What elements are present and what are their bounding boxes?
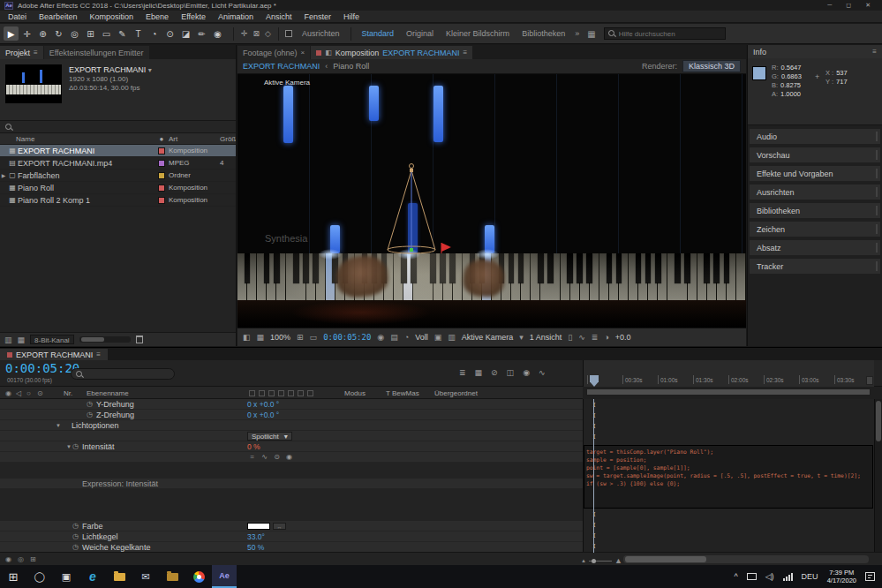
workspace-bibliotheken[interactable]: Bibliotheken: [516, 29, 571, 38]
column-mode[interactable]: Modus: [344, 389, 366, 397]
property-value[interactable]: 50 %: [247, 543, 264, 552]
menu-item-komposition[interactable]: Komposition: [84, 12, 140, 21]
label-color-swatch[interactable]: [158, 172, 165, 179]
channels-icon[interactable]: ◔: [404, 333, 409, 342]
expression-graph-icon[interactable]: ∿: [260, 453, 269, 461]
project-bit-depth[interactable]: 8-Bit-Kanal: [30, 335, 74, 344]
timeline-zoom-control[interactable]: ▲ ▲: [581, 556, 622, 565]
pick-whip-icon[interactable]: ⊙: [272, 453, 282, 461]
new-folder-icon[interactable]: ▦: [18, 335, 26, 344]
property-value[interactable]: 33.0°: [247, 532, 265, 541]
tool-pan-behind-icon[interactable]: ⊞: [83, 26, 98, 41]
subtab-piano-roll[interactable]: Piano Roll: [333, 62, 369, 71]
column-parent[interactable]: Übergeordnet: [434, 389, 478, 397]
axis-local-icon[interactable]: ✛: [238, 29, 251, 38]
timeline-property-row[interactable]: ◷Z-Drehung0 x +0.0 °: [0, 410, 583, 420]
label-color-swatch[interactable]: [158, 197, 165, 204]
property-value[interactable]: 0 %: [247, 442, 260, 451]
exposure-value[interactable]: +0.0: [615, 333, 631, 342]
project-item-row[interactable]: ▦Piano Roll 2 Komp 1Komposition: [0, 194, 236, 207]
interpret-footage-icon[interactable]: ▥: [4, 335, 12, 344]
project-item-row[interactable]: ▤EXPORT RACHMANI.mp4MPEG4: [0, 157, 236, 170]
help-search-box[interactable]: [604, 27, 726, 40]
timeline-property-row[interactable]: ▼◷Intensität0 %: [0, 441, 583, 452]
network-icon[interactable]: [783, 573, 793, 581]
project-item-row[interactable]: ▦EXPORT RACHMANIKomposition: [0, 145, 236, 157]
stopwatch-icon[interactable]: ◷: [72, 543, 82, 551]
workspace-original[interactable]: Original: [400, 29, 440, 38]
language-indicator[interactable]: DEU: [802, 572, 818, 581]
speaker-icon[interactable]: ◁): [765, 572, 774, 581]
grid-guides-icon[interactable]: ⊞: [297, 333, 304, 342]
hide-shy-icon[interactable]: ⊘: [491, 368, 498, 377]
timeline-hscrollbar[interactable]: [623, 555, 869, 563]
clock[interactable]: 7:39 PM 4/17/2020: [827, 569, 856, 584]
menu-item-animation[interactable]: Animation: [212, 12, 260, 21]
workspace-standard[interactable]: Standard: [356, 29, 401, 38]
comp-mini-flowchart-icon[interactable]: ≣: [459, 368, 466, 377]
spotlight-wireframe[interactable]: [379, 162, 458, 255]
transparency-grid-icon[interactable]: ▥: [448, 333, 456, 342]
timeline-tab-export-rachmani[interactable]: EXPORT RACHMANI ≡: [0, 349, 108, 360]
work-area-bar[interactable]: [586, 388, 871, 396]
tool-shape-icon[interactable]: ▭: [99, 26, 114, 41]
panel-header-bibliotheken[interactable]: Bibliotheken: [750, 203, 880, 218]
tab-effect-controls[interactable]: Effekteinstellungen Emitter: [44, 46, 149, 59]
tool-roto-brush-icon[interactable]: ✏: [194, 26, 209, 41]
hscroll-thumb[interactable]: [625, 556, 706, 562]
lock-icon[interactable]: ◧: [325, 49, 332, 57]
stopwatch-icon[interactable]: ◷: [87, 411, 96, 418]
flyout-chevron-icon[interactable]: ▾: [148, 66, 152, 74]
view-layout-menu[interactable]: 1 Ansicht: [530, 333, 562, 342]
timeline-property-row[interactable]: ▼Lichtoptionen: [0, 420, 583, 431]
expression-code[interactable]: target = thisComp.layer("Piano Roll"); s…: [584, 446, 872, 489]
folder-icon[interactable]: [159, 565, 185, 588]
subtab-export-rachmani[interactable]: EXPORT RACHMANI: [243, 62, 320, 71]
solo-icon[interactable]: ○: [26, 389, 31, 397]
menu-item-hilfe[interactable]: Hilfe: [337, 12, 366, 21]
axis-view-icon[interactable]: ◇: [262, 29, 274, 38]
mask-toggle-icon[interactable]: ▭: [310, 333, 318, 342]
tool-pen-icon[interactable]: ✎: [115, 26, 130, 41]
panel-header-audio[interactable]: Audio: [750, 129, 880, 144]
zoom-out-icon[interactable]: ▲: [581, 558, 586, 563]
tool-camera-icon[interactable]: ◎: [67, 26, 82, 41]
tool-selection-icon[interactable]: ▶: [4, 26, 19, 41]
time-ruler[interactable]: :0000:30s01:00s01:30s02:00s02:30s03:00s0…: [583, 360, 874, 387]
roi-icon[interactable]: ▣: [434, 333, 442, 342]
after-effects-taskbar-icon[interactable]: Ae: [212, 565, 237, 588]
menu-item-ansicht[interactable]: Ansicht: [260, 12, 298, 21]
tab-projekt[interactable]: Projekt ≡: [0, 46, 43, 59]
current-time-indicator-line[interactable]: [593, 399, 594, 553]
composition-stage[interactable]: Aktive Kamera Synthesia: [237, 74, 746, 328]
zoom-knob[interactable]: [592, 559, 596, 563]
expression-enable-icon[interactable]: =: [247, 453, 257, 461]
project-item-row[interactable]: ▶▢FarbflächenOrdner: [0, 170, 236, 182]
always-preview-icon[interactable]: ◧: [243, 333, 251, 342]
timeline-property-row[interactable]: ◷Y-Drehung0 x +0.0 °: [0, 399, 583, 410]
tray-expand-icon[interactable]: ^: [734, 572, 737, 581]
workspace-kleiner-bildschirm[interactable]: Kleiner Bildschirm: [440, 29, 516, 38]
mini-flowchart-icon[interactable]: ≣: [592, 333, 599, 342]
timeline-track-area[interactable]: IIIIIIIII target = thisComp.layer("Piano…: [583, 399, 874, 553]
view-menu[interactable]: Aktive Kamera: [462, 333, 514, 342]
menu-item-bearbeiten[interactable]: Bearbeiten: [33, 12, 84, 21]
snapshot-icon[interactable]: ◉: [377, 333, 384, 342]
tool-rotation-icon[interactable]: ↻: [51, 26, 66, 41]
axis-world-icon[interactable]: ⊠: [251, 29, 263, 38]
stopwatch-icon[interactable]: ◷: [72, 522, 82, 530]
show-snapshot-icon[interactable]: ▤: [390, 333, 398, 342]
tab-footage[interactable]: Footage (ohne) ×: [237, 46, 310, 59]
eye-icon[interactable]: ◉: [5, 389, 11, 397]
expression-language-icon[interactable]: ◉: [284, 453, 294, 461]
column-layer-name[interactable]: Ebenenname: [87, 389, 129, 397]
more-workspaces-icon[interactable]: »: [571, 29, 583, 38]
explorer-icon[interactable]: [106, 565, 132, 588]
mail-icon[interactable]: ✉: [132, 565, 159, 588]
workspace-grid-icon[interactable]: ▦: [583, 29, 599, 39]
panel-menu-icon[interactable]: ≡: [34, 49, 38, 57]
tool-brush-icon[interactable]: ◔: [147, 26, 162, 41]
timeline-vscrollbar[interactable]: [874, 399, 882, 553]
panel-header-zeichen[interactable]: Zeichen: [750, 222, 880, 237]
draft-3d-icon[interactable]: ▦: [475, 368, 483, 377]
